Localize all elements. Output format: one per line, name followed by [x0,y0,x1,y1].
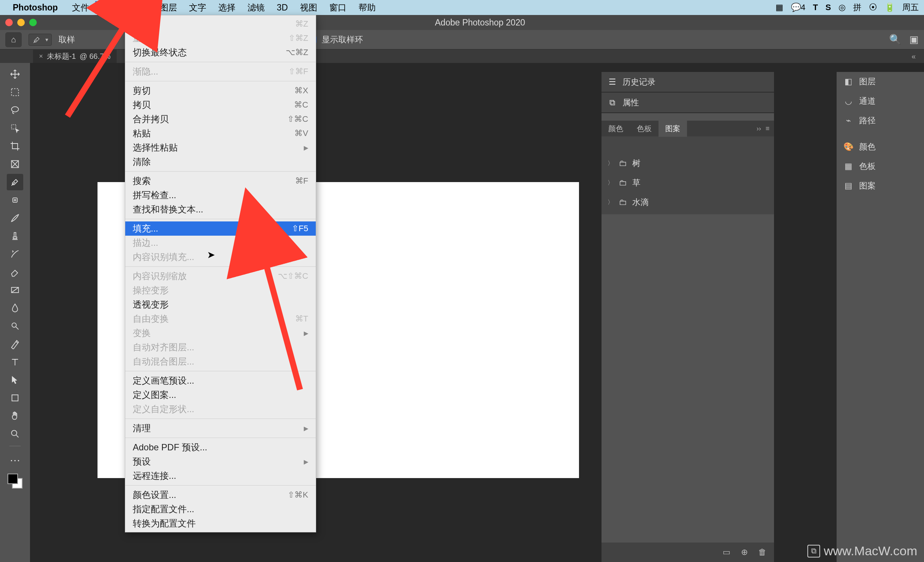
menu-item-选择性粘贴[interactable]: 选择性粘贴▶ [125,140,316,155]
panel-shortcut-通道[interactable]: ◡通道 [837,91,924,111]
panel-tab-色板[interactable]: 色板 [630,121,658,137]
menu-item-颜色设置[interactable]: 颜色设置...⇧⌘K [125,488,316,502]
minimize-window-button[interactable] [17,19,25,26]
menu-item-label: 清理 [133,422,304,434]
tool-preset-dropdown[interactable]: ▾ [28,34,52,46]
menu-item-粘贴[interactable]: 粘贴⌘V [125,126,316,140]
properties-panel-header[interactable]: ⧉ 属性 [602,93,774,113]
menu-item-Adobe PDF 预设[interactable]: Adobe PDF 预设... [125,440,316,454]
new-icon[interactable]: ⊕ [741,547,748,557]
zoom-tool[interactable] [7,426,23,442]
trash-icon-small[interactable]: ▭ [723,547,730,557]
menu-item-切换最终状态[interactable]: 切换最终状态⌥⌘Z [125,45,316,60]
grid-icon[interactable]: ▦ [776,3,783,12]
home-button[interactable]: ⌂ [5,32,22,47]
panel-shortcut-图案[interactable]: ▤图案 [837,176,924,196]
healing-tool[interactable] [7,192,23,208]
menu-item-定义画笔预设[interactable]: 定义画笔预设... [125,374,316,388]
menu-item-转换为配置文件[interactable]: 转换为配置文件 [125,516,316,531]
menu-item-视图[interactable]: 视图 [294,1,323,14]
delete-icon[interactable]: 🗑 [758,547,766,557]
menu-item-填充[interactable]: 填充...⇧F5 [125,221,316,236]
panel-tab-颜色[interactable]: 颜色 [602,121,630,137]
hand-tool[interactable] [7,408,23,424]
color-swatches[interactable] [8,474,22,489]
s-icon[interactable]: S [825,3,831,12]
eyedropper-tool[interactable] [7,174,23,190]
brush-tool[interactable] [7,210,23,226]
pattern-search-row[interactable] [602,136,774,151]
dodge-tool[interactable] [7,318,23,334]
wifi-icon[interactable]: ⦿ [869,3,877,12]
text-icon[interactable]: T [813,3,818,12]
app-name[interactable]: Photoshop [13,3,58,13]
menu-item-透视变形[interactable]: 透视变形 [125,297,316,312]
panel-shortcut-路径[interactable]: ⌁路径 [837,111,924,130]
battery-icon[interactable]: 🔋 [885,3,895,12]
pattern-folder-草[interactable]: 〉🗀草 [602,173,774,193]
collapse-panels-icon[interactable]: ‹‹ [912,52,915,61]
watermark-text: www.MacW.com [824,544,917,558]
document-tab[interactable]: × 未标题-1 @ 66.7% [33,50,117,63]
quick-select-tool[interactable] [7,120,23,136]
stamp-tool[interactable] [7,228,23,244]
panel-shortcut-颜色[interactable]: 🎨颜色 [837,137,924,157]
menu-item-3D[interactable]: 3D [271,1,294,14]
expand-icon[interactable]: ›› [756,125,761,133]
pattern-folder-树[interactable]: 〉🗀树 [602,154,774,173]
menu-item-文件[interactable]: 文件 [66,1,95,14]
eraser-tool[interactable] [7,264,23,280]
pen-tool[interactable] [7,336,23,352]
menu-item-搜索[interactable]: 搜索⌘F [125,174,316,188]
panel-menu-icon[interactable]: ≡ [765,125,770,133]
menu-item-文字[interactable]: 文字 [183,1,212,14]
marquee-tool[interactable] [7,84,23,100]
menu-item-拷贝[interactable]: 拷贝⌘C [125,98,316,112]
history-brush-tool[interactable] [7,246,23,262]
pattern-folder-水滴[interactable]: 〉🗀水滴 [602,193,774,212]
menu-item-拼写检查[interactable]: 拼写检查... [125,188,316,202]
menu-item-清除[interactable]: 清除 [125,155,316,169]
menu-item-编辑[interactable]: 编辑 [95,1,124,14]
menu-item-清理[interactable]: 清理▶ [125,421,316,435]
history-panel-header[interactable]: ☰ 历史记录 [602,72,774,92]
blur-tool[interactable] [7,300,23,316]
frame-tool[interactable] [7,156,23,172]
menu-item-滤镜[interactable]: 滤镜 [242,1,271,14]
edit-toolbar-button[interactable]: ⋯ [7,452,23,468]
menu-item-剪切[interactable]: 剪切⌘X [125,84,316,98]
search-icon[interactable]: 🔍 [889,34,901,45]
menu-item-远程连接[interactable]: 远程连接... [125,469,316,483]
panel-shortcut-色板[interactable]: ▦色板 [837,157,924,176]
ime-icon[interactable]: 拼 [853,2,861,13]
menu-item-窗口[interactable]: 窗口 [323,1,352,14]
crop-tool[interactable] [7,138,23,154]
close-window-button[interactable] [5,19,13,26]
shape-tool[interactable] [7,390,23,406]
comment-icon[interactable]: 💬4 [791,3,806,12]
zoom-window-button[interactable] [29,19,37,26]
show-sample-ring-checkbox[interactable]: ✓ 显示取样环 [309,34,363,45]
type-tool[interactable] [7,354,23,370]
menu-item-指定配置文件[interactable]: 指定配置文件... [125,502,316,516]
menu-item-label: 拼写检查... [133,189,308,201]
foreground-swatch[interactable] [8,474,18,484]
path-select-tool[interactable] [7,372,23,388]
menu-item-帮助[interactable]: 帮助 [352,1,382,14]
move-tool[interactable] [7,66,23,82]
menu-item-图层[interactable]: 图层 [154,1,183,14]
panel-shortcut-图层[interactable]: ◧图层 [837,72,924,91]
menu-item-选择[interactable]: 选择 [212,1,242,14]
menu-item-预设[interactable]: 预设▶ [125,454,316,469]
menu-item-合并拷贝[interactable]: 合并拷贝⇧⌘C [125,112,316,126]
menu-item-查找和替换文本[interactable]: 查找和替换文本... [125,202,316,217]
workspace-icon[interactable]: ▣ [909,34,919,45]
lasso-tool[interactable] [7,102,23,118]
menu-item-图像[interactable]: 图像 [124,1,154,14]
close-tab-icon[interactable]: × [39,52,43,60]
menu-item-定义图案[interactable]: 定义图案... [125,388,316,402]
gradient-tool[interactable] [7,282,23,298]
menu-shortcut: ⇧⌘K [288,490,308,500]
cc-icon[interactable]: ◎ [838,3,846,12]
panel-tab-图案[interactable]: 图案 [658,121,687,137]
